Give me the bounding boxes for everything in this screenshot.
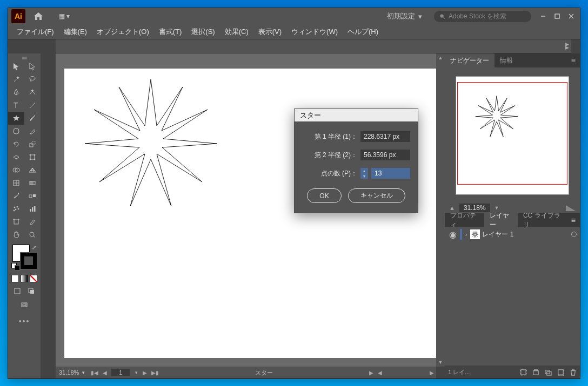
panel-menu-icon[interactable]: ≡ bbox=[567, 56, 580, 65]
perspective-grid-tool-icon[interactable] bbox=[24, 164, 41, 177]
drawing-mode-normal-icon[interactable] bbox=[11, 285, 24, 297]
menu-effect[interactable]: 効果(C) bbox=[220, 25, 253, 39]
delete-layer-icon[interactable] bbox=[570, 369, 577, 376]
type-tool-icon[interactable]: T bbox=[8, 99, 24, 112]
radius2-input[interactable] bbox=[360, 150, 410, 160]
hand-tool-icon[interactable] bbox=[8, 228, 24, 241]
controlbar-collapse-icon[interactable]: ▶▶ bbox=[565, 43, 569, 49]
navigator-thumbnail[interactable] bbox=[456, 76, 569, 195]
rotate-tool-icon[interactable] bbox=[8, 138, 24, 151]
scroll-down-icon[interactable]: ▼ bbox=[436, 358, 445, 367]
toolbox-grip-icon[interactable] bbox=[8, 56, 41, 60]
line-tool-icon[interactable] bbox=[24, 99, 41, 112]
pen-tool-icon[interactable] bbox=[8, 86, 24, 99]
lasso-tool-icon[interactable] bbox=[24, 73, 41, 86]
nav-zoom-out-icon[interactable]: ▲ bbox=[449, 205, 455, 211]
artboard-number-input[interactable]: 1 bbox=[111, 369, 130, 376]
swap-fill-stroke-icon[interactable]: ⤢ bbox=[32, 245, 36, 250]
screen-mode-icon[interactable] bbox=[16, 299, 32, 311]
artboard-tool-icon[interactable] bbox=[8, 215, 24, 228]
width-tool-icon[interactable] bbox=[8, 151, 24, 164]
menu-help[interactable]: ヘルプ(H) bbox=[343, 25, 383, 39]
none-mode-icon[interactable] bbox=[30, 275, 37, 282]
shape-builder-tool-icon[interactable] bbox=[8, 164, 24, 177]
zoom-input[interactable]: 31.18%▼ bbox=[56, 369, 89, 376]
menubar: ファイル(F) 編集(E) オブジェクト(O) 書式(T) 選択(S) 効果(C… bbox=[8, 24, 580, 39]
status-menu-icon[interactable]: ▶ bbox=[367, 370, 376, 376]
artboard-dropdown-icon[interactable]: ▼ bbox=[132, 370, 141, 375]
paintbrush-tool-icon[interactable] bbox=[24, 112, 41, 125]
menu-file[interactable]: ファイル(F) bbox=[12, 25, 58, 39]
target-layer-icon[interactable] bbox=[571, 232, 577, 237]
workspace-preset-select[interactable]: 初期設定▾ bbox=[383, 10, 426, 23]
radius1-input[interactable] bbox=[360, 131, 410, 142]
direct-selection-tool-icon[interactable] bbox=[24, 60, 41, 73]
ok-button[interactable]: OK bbox=[307, 188, 341, 203]
star-tool-icon[interactable] bbox=[8, 112, 24, 125]
fill-stroke-swatch[interactable]: ⤢ bbox=[11, 245, 37, 270]
arrange-documents-icon[interactable]: ▦ ▾ bbox=[59, 12, 70, 20]
nav-zoom-input[interactable]: 31.18% bbox=[459, 204, 490, 212]
tab-info[interactable]: 情報 bbox=[495, 53, 518, 68]
layers-panel: ◉ › レイヤー 1 bbox=[445, 227, 580, 365]
home-icon[interactable] bbox=[33, 12, 44, 21]
scroll-up-icon[interactable]: ▲ bbox=[436, 53, 445, 62]
minimize-button[interactable] bbox=[537, 11, 550, 22]
new-sublayer-icon[interactable] bbox=[545, 369, 552, 376]
menu-object[interactable]: オブジェクト(O) bbox=[92, 25, 153, 39]
column-graph-tool-icon[interactable] bbox=[24, 202, 41, 215]
svg-point-31 bbox=[17, 206, 18, 207]
zoom-tool-icon[interactable] bbox=[24, 228, 41, 241]
tab-navigator[interactable]: ナビゲーター bbox=[445, 53, 495, 68]
visibility-toggle-icon[interactable]: ◉ bbox=[448, 229, 458, 240]
close-button[interactable] bbox=[565, 11, 578, 22]
cancel-button[interactable]: キャンセル bbox=[348, 188, 405, 203]
magic-wand-tool-icon[interactable] bbox=[8, 73, 24, 86]
stroke-color-swatch[interactable] bbox=[20, 252, 37, 269]
menu-window[interactable]: ウィンドウ(W) bbox=[287, 25, 342, 39]
menu-type[interactable]: 書式(T) bbox=[155, 25, 186, 39]
expand-layer-icon[interactable]: › bbox=[464, 232, 468, 238]
menu-view[interactable]: 表示(V) bbox=[254, 25, 286, 39]
blend-tool-icon[interactable] bbox=[24, 189, 41, 202]
spinner-down-icon[interactable]: ▼ bbox=[360, 173, 368, 179]
drawing-mode-behind-icon[interactable] bbox=[25, 285, 38, 297]
free-transform-tool-icon[interactable] bbox=[24, 151, 41, 164]
new-layer-icon[interactable] bbox=[557, 369, 564, 376]
eyedropper-tool-icon[interactable] bbox=[8, 189, 24, 202]
vertical-scrollbar[interactable]: ▲ ▼ bbox=[436, 53, 445, 367]
points-spinner[interactable]: ▲ ▼ bbox=[360, 168, 368, 179]
spinner-up-icon[interactable]: ▲ bbox=[360, 168, 368, 173]
next-artboard-icon[interactable]: ▶ bbox=[141, 370, 149, 376]
stock-search-input[interactable]: Adobe Stock を検索 bbox=[434, 11, 531, 22]
scale-tool-icon[interactable] bbox=[24, 138, 41, 151]
menu-select[interactable]: 選択(S) bbox=[187, 25, 219, 39]
eraser-tool-icon[interactable] bbox=[24, 125, 41, 138]
prev-artboard-icon[interactable]: ◀ bbox=[101, 370, 109, 376]
points-input[interactable] bbox=[371, 168, 410, 179]
locate-object-icon[interactable] bbox=[520, 369, 527, 376]
mesh-tool-icon[interactable] bbox=[8, 177, 24, 189]
layer-row[interactable]: ◉ › レイヤー 1 bbox=[445, 227, 580, 241]
clipping-mask-icon[interactable] bbox=[532, 369, 539, 376]
edit-toolbar-icon[interactable]: ••• bbox=[8, 317, 41, 326]
curvature-tool-icon[interactable] bbox=[24, 86, 41, 99]
shaper-tool-icon[interactable] bbox=[8, 125, 24, 138]
maximize-button[interactable] bbox=[551, 11, 564, 22]
first-artboard-icon[interactable]: ▮◀ bbox=[89, 370, 101, 376]
nav-zoom-dropdown-icon[interactable]: ▼ bbox=[495, 205, 499, 211]
gradient-mode-icon[interactable] bbox=[21, 275, 28, 282]
nav-zoom-in-icon[interactable] bbox=[566, 205, 576, 211]
selection-tool-icon[interactable] bbox=[8, 60, 24, 73]
h-scroll-left-icon[interactable]: ◀ bbox=[376, 370, 384, 376]
gradient-tool-icon[interactable] bbox=[24, 177, 41, 189]
color-mode-icon[interactable] bbox=[11, 275, 19, 282]
menu-edit[interactable]: 編集(E) bbox=[59, 25, 91, 39]
slice-tool-icon[interactable] bbox=[24, 215, 41, 228]
h-scroll-right-icon[interactable]: ▶ bbox=[427, 370, 436, 376]
symbol-sprayer-tool-icon[interactable] bbox=[8, 202, 24, 215]
layer-name-label[interactable]: レイヤー 1 bbox=[482, 230, 569, 239]
default-fill-stroke-icon[interactable] bbox=[11, 263, 20, 270]
last-artboard-icon[interactable]: ▶▮ bbox=[149, 370, 161, 376]
panel-menu-icon[interactable]: ≡ bbox=[567, 216, 580, 225]
